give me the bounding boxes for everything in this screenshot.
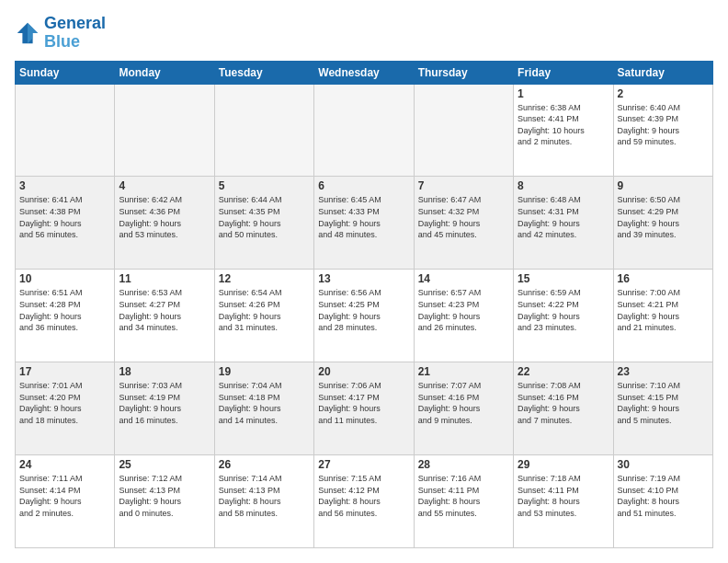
day-number: 15 bbox=[518, 272, 609, 285]
day-number: 14 bbox=[418, 272, 509, 285]
table-row: 9Sunrise: 6:50 AM Sunset: 4:29 PM Daylig… bbox=[613, 177, 712, 270]
day-number: 26 bbox=[219, 458, 310, 471]
day-detail: Sunrise: 6:38 AM Sunset: 4:41 PM Dayligh… bbox=[518, 102, 609, 148]
table-row: 12Sunrise: 6:54 AM Sunset: 4:26 PM Dayli… bbox=[214, 270, 313, 362]
table-row bbox=[214, 84, 313, 177]
day-number: 19 bbox=[219, 365, 310, 378]
logo-icon bbox=[15, 20, 40, 46]
table-row: 19Sunrise: 7:04 AM Sunset: 4:18 PM Dayli… bbox=[214, 362, 313, 455]
page: General Blue Sunday Monday Tuesday Wedne… bbox=[0, 0, 728, 563]
table-row bbox=[16, 84, 115, 177]
day-detail: Sunrise: 7:19 AM Sunset: 4:10 PM Dayligh… bbox=[618, 473, 709, 519]
day-number: 5 bbox=[219, 179, 310, 192]
table-row: 23Sunrise: 7:10 AM Sunset: 4:15 PM Dayli… bbox=[613, 362, 712, 455]
day-detail: Sunrise: 6:57 AM Sunset: 4:23 PM Dayligh… bbox=[418, 287, 509, 333]
table-row: 30Sunrise: 7:19 AM Sunset: 4:10 PM Dayli… bbox=[613, 455, 712, 548]
day-number: 17 bbox=[19, 365, 110, 378]
day-detail: Sunrise: 7:07 AM Sunset: 4:16 PM Dayligh… bbox=[418, 380, 509, 426]
table-row bbox=[414, 84, 513, 177]
day-detail: Sunrise: 6:44 AM Sunset: 4:35 PM Dayligh… bbox=[219, 194, 310, 240]
table-row bbox=[314, 84, 414, 177]
day-detail: Sunrise: 7:16 AM Sunset: 4:11 PM Dayligh… bbox=[418, 473, 509, 519]
day-number: 20 bbox=[318, 365, 409, 378]
table-row: 13Sunrise: 6:56 AM Sunset: 4:25 PM Dayli… bbox=[314, 270, 414, 362]
table-row bbox=[115, 84, 214, 177]
day-detail: Sunrise: 6:45 AM Sunset: 4:33 PM Dayligh… bbox=[318, 194, 409, 240]
table-row: 20Sunrise: 7:06 AM Sunset: 4:17 PM Dayli… bbox=[314, 362, 414, 455]
table-row: 16Sunrise: 7:00 AM Sunset: 4:21 PM Dayli… bbox=[613, 270, 712, 362]
day-number: 6 bbox=[318, 179, 409, 192]
col-friday: Friday bbox=[514, 61, 613, 84]
calendar-week-row: 10Sunrise: 6:51 AM Sunset: 4:28 PM Dayli… bbox=[16, 270, 713, 362]
table-row: 1Sunrise: 6:38 AM Sunset: 4:41 PM Daylig… bbox=[514, 84, 613, 177]
day-detail: Sunrise: 6:54 AM Sunset: 4:26 PM Dayligh… bbox=[219, 287, 310, 333]
day-detail: Sunrise: 6:40 AM Sunset: 4:39 PM Dayligh… bbox=[618, 102, 709, 148]
day-number: 9 bbox=[618, 179, 709, 192]
day-number: 16 bbox=[618, 272, 709, 285]
day-detail: Sunrise: 6:53 AM Sunset: 4:27 PM Dayligh… bbox=[119, 287, 210, 333]
day-number: 2 bbox=[618, 87, 709, 100]
calendar-week-row: 3Sunrise: 6:41 AM Sunset: 4:38 PM Daylig… bbox=[16, 177, 713, 270]
logo-line1: General bbox=[44, 15, 106, 33]
day-number: 7 bbox=[418, 179, 509, 192]
table-row: 22Sunrise: 7:08 AM Sunset: 4:16 PM Dayli… bbox=[514, 362, 613, 455]
day-number: 10 bbox=[19, 272, 110, 285]
calendar-week-row: 17Sunrise: 7:01 AM Sunset: 4:20 PM Dayli… bbox=[16, 362, 713, 455]
day-number: 3 bbox=[19, 179, 110, 192]
day-detail: Sunrise: 7:06 AM Sunset: 4:17 PM Dayligh… bbox=[318, 380, 409, 426]
col-sunday: Sunday bbox=[16, 61, 115, 84]
day-number: 25 bbox=[119, 458, 210, 471]
col-monday: Monday bbox=[115, 61, 214, 84]
day-detail: Sunrise: 7:03 AM Sunset: 4:19 PM Dayligh… bbox=[119, 380, 210, 426]
day-detail: Sunrise: 6:56 AM Sunset: 4:25 PM Dayligh… bbox=[318, 287, 409, 333]
day-number: 28 bbox=[418, 458, 509, 471]
day-detail: Sunrise: 6:59 AM Sunset: 4:22 PM Dayligh… bbox=[518, 287, 609, 333]
day-detail: Sunrise: 7:11 AM Sunset: 4:14 PM Dayligh… bbox=[19, 473, 110, 519]
day-number: 11 bbox=[119, 272, 210, 285]
day-number: 4 bbox=[119, 179, 210, 192]
day-number: 24 bbox=[19, 458, 110, 471]
day-detail: Sunrise: 7:08 AM Sunset: 4:16 PM Dayligh… bbox=[518, 380, 609, 426]
col-tuesday: Tuesday bbox=[214, 61, 313, 84]
table-row: 4Sunrise: 6:42 AM Sunset: 4:36 PM Daylig… bbox=[115, 177, 214, 270]
day-detail: Sunrise: 7:15 AM Sunset: 4:12 PM Dayligh… bbox=[318, 473, 409, 519]
table-row: 29Sunrise: 7:18 AM Sunset: 4:11 PM Dayli… bbox=[514, 455, 613, 548]
day-number: 12 bbox=[219, 272, 310, 285]
table-row: 18Sunrise: 7:03 AM Sunset: 4:19 PM Dayli… bbox=[115, 362, 214, 455]
logo-text: General Blue bbox=[44, 15, 106, 52]
logo-line2: Blue bbox=[44, 33, 106, 52]
table-row: 27Sunrise: 7:15 AM Sunset: 4:12 PM Dayli… bbox=[314, 455, 414, 548]
table-row: 5Sunrise: 6:44 AM Sunset: 4:35 PM Daylig… bbox=[214, 177, 313, 270]
table-row: 6Sunrise: 6:45 AM Sunset: 4:33 PM Daylig… bbox=[314, 177, 414, 270]
day-detail: Sunrise: 7:14 AM Sunset: 4:13 PM Dayligh… bbox=[219, 473, 310, 519]
day-detail: Sunrise: 7:10 AM Sunset: 4:15 PM Dayligh… bbox=[618, 380, 709, 426]
table-row: 15Sunrise: 6:59 AM Sunset: 4:22 PM Dayli… bbox=[514, 270, 613, 362]
table-row: 26Sunrise: 7:14 AM Sunset: 4:13 PM Dayli… bbox=[214, 455, 313, 548]
day-number: 30 bbox=[618, 458, 709, 471]
table-row: 25Sunrise: 7:12 AM Sunset: 4:13 PM Dayli… bbox=[115, 455, 214, 548]
table-row: 24Sunrise: 7:11 AM Sunset: 4:14 PM Dayli… bbox=[16, 455, 115, 548]
calendar-week-row: 24Sunrise: 7:11 AM Sunset: 4:14 PM Dayli… bbox=[16, 455, 713, 548]
day-number: 27 bbox=[318, 458, 409, 471]
day-detail: Sunrise: 6:42 AM Sunset: 4:36 PM Dayligh… bbox=[119, 194, 210, 240]
day-detail: Sunrise: 6:50 AM Sunset: 4:29 PM Dayligh… bbox=[618, 194, 709, 240]
day-detail: Sunrise: 7:01 AM Sunset: 4:20 PM Dayligh… bbox=[19, 380, 110, 426]
calendar-table: Sunday Monday Tuesday Wednesday Thursday… bbox=[15, 61, 713, 548]
table-row: 10Sunrise: 6:51 AM Sunset: 4:28 PM Dayli… bbox=[16, 270, 115, 362]
table-row: 28Sunrise: 7:16 AM Sunset: 4:11 PM Dayli… bbox=[414, 455, 513, 548]
table-row: 17Sunrise: 7:01 AM Sunset: 4:20 PM Dayli… bbox=[16, 362, 115, 455]
day-number: 8 bbox=[518, 179, 609, 192]
col-wednesday: Wednesday bbox=[314, 61, 414, 84]
day-number: 13 bbox=[318, 272, 409, 285]
day-number: 1 bbox=[518, 87, 609, 100]
day-detail: Sunrise: 7:04 AM Sunset: 4:18 PM Dayligh… bbox=[219, 380, 310, 426]
day-detail: Sunrise: 6:47 AM Sunset: 4:32 PM Dayligh… bbox=[418, 194, 509, 240]
calendar-week-row: 1Sunrise: 6:38 AM Sunset: 4:41 PM Daylig… bbox=[16, 84, 713, 177]
col-thursday: Thursday bbox=[414, 61, 513, 84]
table-row: 2Sunrise: 6:40 AM Sunset: 4:39 PM Daylig… bbox=[613, 84, 712, 177]
calendar-header-row: Sunday Monday Tuesday Wednesday Thursday… bbox=[16, 61, 713, 84]
day-number: 21 bbox=[418, 365, 509, 378]
table-row: 11Sunrise: 6:53 AM Sunset: 4:27 PM Dayli… bbox=[115, 270, 214, 362]
day-number: 23 bbox=[618, 365, 709, 378]
day-detail: Sunrise: 7:00 AM Sunset: 4:21 PM Dayligh… bbox=[618, 287, 709, 333]
